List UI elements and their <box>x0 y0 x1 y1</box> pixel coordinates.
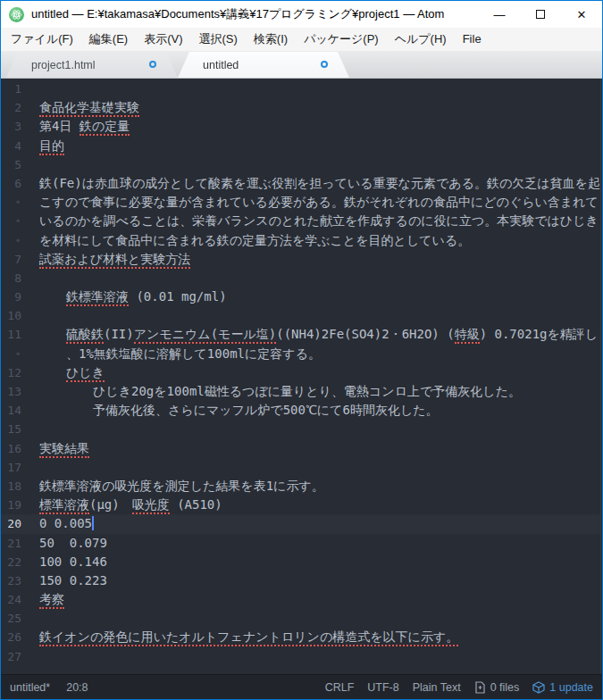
line-number[interactable]: 10 <box>1 306 28 325</box>
line-number[interactable]: 21 <box>1 534 28 553</box>
editor-row[interactable]: 12ひじき <box>1 363 600 382</box>
soft-wrap-indicator[interactable]: • <box>1 193 28 212</box>
code-line[interactable]: 実験結果 <box>28 439 600 458</box>
tab-untitled[interactable]: untitled <box>178 52 349 78</box>
soft-wrap-indicator[interactable]: • <box>1 212 28 230</box>
line-number[interactable]: 1 <box>1 79 28 98</box>
editor-row[interactable]: 18鉄標準溶液の吸光度を測定した結果を表1に示す。 <box>1 477 600 496</box>
modified-indicator-icon[interactable] <box>321 61 328 68</box>
code-line[interactable]: を材料にして食品中に含まれる鉄の定量方法を学ぶことを目的としている。 <box>28 231 600 250</box>
editor-row[interactable]: 5 <box>1 155 600 174</box>
line-number[interactable]: 27 <box>1 647 28 666</box>
menu-packages[interactable]: パッケージ(P) <box>296 28 387 51</box>
line-number[interactable]: 24 <box>1 590 28 609</box>
menu-selection[interactable]: 選択(S) <box>191 28 246 51</box>
editor-row[interactable]: 25 <box>1 609 600 628</box>
line-number[interactable]: 25 <box>1 609 28 628</box>
editor-lines[interactable]: 12食品化学基礎実験3第4日 鉄の定量4目的56鉄(Fe)は赤血球の成分として酸… <box>1 79 600 674</box>
editor-row[interactable]: 4目的 <box>1 137 600 155</box>
editor-row[interactable]: 6鉄(Fe)は赤血球の成分として酸素を運ぶ役割を担っている重要な元素である。鉄の… <box>1 174 600 193</box>
editor-row[interactable]: •を材料にして食品中に含まれる鉄の定量方法を学ぶことを目的としている。 <box>1 231 600 250</box>
editor-row[interactable]: 22100 0.146 <box>1 553 600 571</box>
tab-project1-html[interactable]: project1.html <box>6 52 178 78</box>
code-line[interactable]: 試薬および材料と実験方法 <box>28 250 600 269</box>
line-number[interactable]: 8 <box>1 269 28 288</box>
editor-row[interactable]: •こすので食事に必要な量が含まれている必要がある。鉄がそれぞれの食品中にどのぐら… <box>1 193 600 212</box>
status-grammar[interactable]: Plain Text <box>413 681 461 694</box>
code-line[interactable] <box>28 458 600 477</box>
code-line[interactable]: 第4日 鉄の定量 <box>28 117 600 136</box>
editor-row[interactable]: 8 <box>1 269 600 288</box>
editor-row[interactable]: 14予備灰化後、さらにマッフル炉で500℃にて6時間灰化した。 <box>1 401 600 420</box>
line-number[interactable]: 26 <box>1 628 28 646</box>
code-line[interactable]: 考察 <box>28 590 600 609</box>
editor-row[interactable]: 23150 0.223 <box>1 571 600 590</box>
line-number[interactable]: 18 <box>1 477 28 496</box>
line-number[interactable]: 22 <box>1 553 28 571</box>
editor-row[interactable]: 27 <box>1 647 600 666</box>
line-number[interactable]: 2 <box>1 98 28 117</box>
editor-row[interactable]: 24考察 <box>1 590 600 609</box>
code-line[interactable] <box>28 647 600 666</box>
minimize-button[interactable]: — <box>479 1 520 28</box>
code-line[interactable]: 、1%無鉄塩酸に溶解して100mlに定容する。 <box>28 345 600 363</box>
code-line[interactable] <box>28 155 600 174</box>
editor-row[interactable]: 15 <box>1 420 600 438</box>
code-line[interactable]: こすので食事に必要な量が含まれている必要がある。鉄がそれぞれの食品中にどのぐらい… <box>28 193 600 212</box>
code-line[interactable]: 目的 <box>28 137 600 155</box>
editor-row[interactable]: 10 <box>1 306 600 325</box>
code-line[interactable]: 100 0.146 <box>28 553 600 571</box>
editor-row[interactable]: 1 <box>1 79 600 98</box>
menu-edit[interactable]: 編集(E) <box>81 28 136 51</box>
code-line[interactable] <box>28 306 600 325</box>
soft-wrap-indicator[interactable]: • <box>1 345 28 363</box>
editor-row[interactable]: •いるのかを調べることは、栄養バランスのとれた献立を作成するのに役に立つ。本実験… <box>1 212 600 230</box>
code-line[interactable]: 鉄(Fe)は赤血球の成分として酸素を運ぶ役割を担っている重要な元素である。鉄の欠… <box>28 174 600 193</box>
code-line[interactable]: 150 0.223 <box>28 571 600 590</box>
modified-indicator-icon[interactable] <box>149 61 156 68</box>
line-number[interactable]: 15 <box>1 420 28 438</box>
editor-row[interactable]: 19標準溶液(μg) 吸光度 (A510) <box>1 496 600 514</box>
status-encoding[interactable]: UTF-8 <box>367 681 398 694</box>
editor-row[interactable]: 26鉄イオンの発色に用いたオルトフェナントロリンの構造式を以下に示す。 <box>1 628 600 646</box>
line-number[interactable]: 3 <box>1 117 28 136</box>
menu-file-en[interactable]: File <box>455 28 490 51</box>
line-number[interactable]: 19 <box>1 496 28 514</box>
close-button[interactable]: ✕ <box>561 1 602 28</box>
code-line[interactable] <box>28 79 600 98</box>
editor-row[interactable]: 17 <box>1 458 600 477</box>
editor-row[interactable]: 7試薬および材料と実験方法 <box>1 250 600 269</box>
code-line[interactable]: 食品化学基礎実験 <box>28 98 600 117</box>
maximize-button[interactable] <box>520 1 561 28</box>
vertical-scrollbar[interactable] <box>600 79 602 674</box>
code-line[interactable] <box>28 269 600 288</box>
line-number[interactable]: 13 <box>1 382 28 401</box>
code-line[interactable]: 0 0.005 <box>28 514 600 533</box>
code-line[interactable]: いるのかを調べることは、栄養バランスのとれた献立を作成するのに役に立つ。本実験で… <box>28 212 600 230</box>
editor-row[interactable]: 2食品化学基礎実験 <box>1 98 600 117</box>
code-line[interactable]: 硫酸鉄(II)アンモニウム(モール塩)((NH4)2Fe(SO4)2・6H2O)… <box>28 325 600 344</box>
line-number[interactable]: 9 <box>1 288 28 306</box>
status-cursor-position[interactable]: 20:8 <box>66 681 88 694</box>
menu-file-jp[interactable]: ファイル(F) <box>3 28 81 51</box>
code-line[interactable]: ひじき20gを100ml磁性るつぼに量りとり、電熱コンロ上で予備灰化した。 <box>28 382 600 401</box>
status-git-files[interactable]: 0 files <box>474 681 520 694</box>
editor-row[interactable]: 9鉄標準溶液 (0.01 mg/ml) <box>1 288 600 306</box>
text-editor[interactable]: 12食品化学基礎実験3第4日 鉄の定量4目的56鉄(Fe)は赤血球の成分として酸… <box>1 79 602 674</box>
code-line[interactable] <box>28 420 600 438</box>
line-number[interactable]: 23 <box>1 571 28 590</box>
code-line[interactable]: 50 0.079 <box>28 534 600 553</box>
menu-find[interactable]: 検索(I) <box>246 28 296 51</box>
editor-row[interactable]: 200 0.005 <box>1 514 600 533</box>
menu-help[interactable]: ヘルプ(H) <box>387 28 455 51</box>
code-line[interactable] <box>28 609 600 628</box>
editor-row[interactable]: 2150 0.079 <box>1 534 600 553</box>
code-line[interactable]: 鉄イオンの発色に用いたオルトフェナントロリンの構造式を以下に示す。 <box>28 628 600 646</box>
code-line[interactable]: 予備灰化後、さらにマッフル炉で500℃にて6時間灰化した。 <box>28 401 600 420</box>
editor-row[interactable]: 13ひじき20gを100ml磁性るつぼに量りとり、電熱コンロ上で予備灰化した。 <box>1 382 600 401</box>
status-updates[interactable]: 1 update <box>532 681 593 694</box>
code-line[interactable]: 鉄標準溶液 (0.01 mg/ml) <box>28 288 600 306</box>
line-number[interactable]: 20 <box>1 514 28 533</box>
editor-row[interactable]: 11硫酸鉄(II)アンモニウム(モール塩)((NH4)2Fe(SO4)2・6H2… <box>1 325 600 344</box>
editor-row[interactable]: •、1%無鉄塩酸に溶解して100mlに定容する。 <box>1 345 600 363</box>
